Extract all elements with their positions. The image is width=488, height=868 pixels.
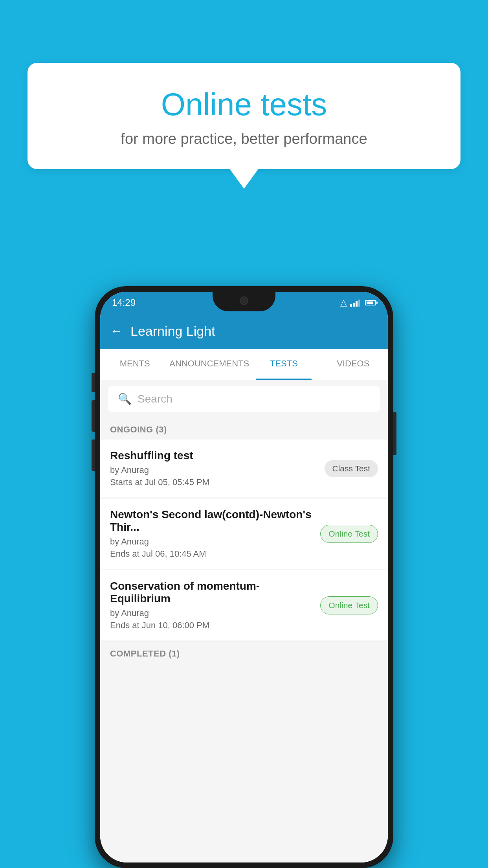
bubble-subtitle: for more practice, better performance <box>43 131 445 147</box>
test-card-3[interactable]: Conservation of momentum-Equilibrium by … <box>100 570 388 640</box>
front-camera <box>240 296 248 305</box>
search-bar-wrapper: 🔍 Search <box>100 380 388 417</box>
test-card-1-by: by Anurag <box>110 465 319 475</box>
search-icon: 🔍 <box>118 392 132 405</box>
test-card-2-info: Newton's Second law(contd)-Newton's Thir… <box>110 508 320 559</box>
app-header: ← Learning Light <box>100 313 388 349</box>
side-button-power <box>393 412 396 455</box>
signal-icon <box>350 299 360 307</box>
side-button-2 <box>92 400 95 432</box>
test-card-1[interactable]: Reshuffling test by Anurag Starts at Jul… <box>100 440 388 497</box>
wifi-icon: △ <box>340 298 347 308</box>
test-card-1-info: Reshuffling test by Anurag Starts at Jul… <box>110 449 325 487</box>
test-card-3-info: Conservation of momentum-Equilibrium by … <box>110 580 320 631</box>
battery-icon <box>365 300 376 305</box>
list-section: ONGOING (3) Reshuffling test by Anurag S… <box>100 417 388 862</box>
bubble-title: Online tests <box>43 86 445 123</box>
phone-notch <box>213 292 275 311</box>
test-card-2-title: Newton's Second law(contd)-Newton's Thir… <box>110 508 314 533</box>
test-card-1-title: Reshuffling test <box>110 449 319 462</box>
test-card-2[interactable]: Newton's Second law(contd)-Newton's Thir… <box>100 498 388 569</box>
side-button-1 <box>92 373 95 392</box>
speech-bubble-container: Online tests for more practice, better p… <box>28 63 460 169</box>
tab-tests[interactable]: TESTS <box>249 349 318 380</box>
test-card-2-by: by Anurag <box>110 537 314 547</box>
test-card-3-title: Conservation of momentum-Equilibrium <box>110 580 314 605</box>
tab-announcements[interactable]: ANNOUNCEMENTS <box>169 349 249 380</box>
status-time: 14:29 <box>112 297 136 308</box>
search-placeholder: Search <box>138 393 172 405</box>
search-bar[interactable]: 🔍 Search <box>108 386 380 412</box>
speech-bubble: Online tests for more practice, better p… <box>28 63 460 169</box>
completed-section-header: COMPLETED (1) <box>100 642 388 664</box>
test-card-3-badge: Online Test <box>320 596 378 614</box>
app-title: Learning Light <box>130 324 215 339</box>
tab-videos[interactable]: VIDEOS <box>319 349 388 380</box>
tabs-bar: MENTS ANNOUNCEMENTS TESTS VIDEOS <box>100 349 388 380</box>
test-card-3-date: Ends at Jun 10, 06:00 PM <box>110 620 314 631</box>
test-card-3-by: by Anurag <box>110 608 314 618</box>
test-card-2-badge: Online Test <box>320 525 378 543</box>
phone-device: 14:29 △ ← Learning Light <box>95 286 393 868</box>
test-card-1-date: Starts at Jul 05, 05:45 PM <box>110 477 319 487</box>
test-card-1-badge: Class Test <box>325 460 378 477</box>
phone-screen: 14:29 △ ← Learning Light <box>100 292 388 862</box>
test-card-2-date: Ends at Jul 06, 10:45 AM <box>110 549 314 559</box>
side-button-3 <box>92 440 95 471</box>
status-icons: △ <box>340 298 376 308</box>
back-arrow-icon[interactable]: ← <box>110 324 123 338</box>
tab-ments[interactable]: MENTS <box>100 349 169 380</box>
ongoing-section-header: ONGOING (3) <box>100 417 388 440</box>
